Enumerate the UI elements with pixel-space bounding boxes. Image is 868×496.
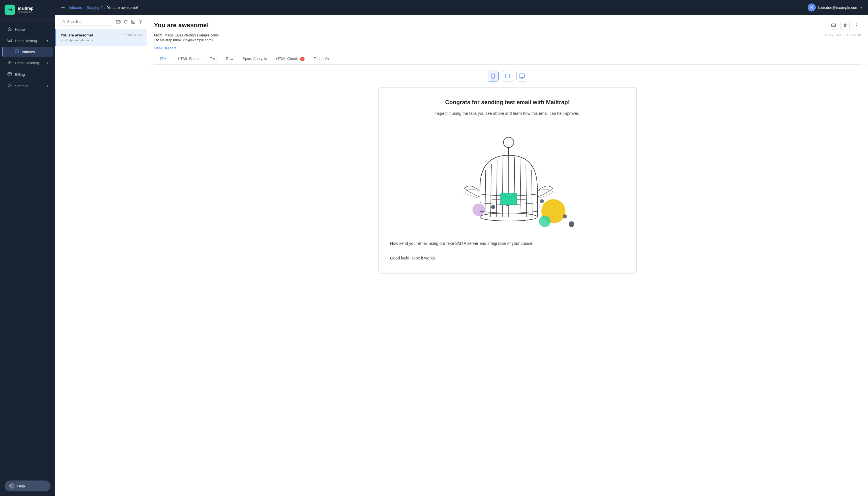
- svg-line-40: [531, 170, 532, 217]
- logo: mailtrap by railsware: [0, 0, 55, 20]
- svg-rect-2: [15, 50, 19, 53]
- svg-line-34: [496, 159, 497, 217]
- hamburger-icon[interactable]: ☰: [61, 5, 65, 10]
- email-item-subject: You are awesome!: [61, 33, 93, 37]
- email-to-row: To: Mailtrap Inbox <to@example.com>: [154, 38, 219, 42]
- email-list-toolbar: [55, 15, 147, 29]
- show-headers-link[interactable]: Show Headers: [154, 46, 176, 50]
- help-button[interactable]: Help: [4, 480, 50, 492]
- svg-point-20: [491, 205, 495, 209]
- breadcrumb-inboxes[interactable]: Inboxes: [69, 5, 82, 10]
- email-date: 2022-10-11 10:17, 1.6 KB: [825, 33, 861, 37]
- sidebar-item-settings[interactable]: Settings ›: [2, 80, 53, 91]
- sidebar-item-home[interactable]: Home: [2, 24, 53, 35]
- tab-raw[interactable]: Raw: [221, 54, 238, 64]
- user-avatar: K: [808, 3, 816, 12]
- svg-point-25: [563, 214, 567, 218]
- mobile-view-button[interactable]: [488, 71, 499, 81]
- search-box[interactable]: [59, 18, 113, 26]
- desktop-view-button[interactable]: [516, 71, 527, 81]
- settings-icon: [7, 83, 12, 89]
- help-label: Help: [17, 484, 25, 488]
- filter-icon[interactable]: [130, 18, 136, 26]
- email-item-to: to: <to@example.com>: [61, 38, 142, 42]
- search-icon: [62, 20, 65, 24]
- svg-point-22: [540, 199, 544, 203]
- sidebar: mailtrap by railsware Home Email Testing…: [0, 0, 55, 496]
- detail-actions: ⋮: [829, 21, 861, 30]
- email-to-detail: Mailtrap Inbox <to@example.com>: [160, 38, 213, 42]
- tab-text[interactable]: Text: [205, 54, 221, 64]
- breadcrumb-sep2: ›: [104, 5, 105, 10]
- email-detail-title: You are awesome!: [154, 21, 209, 29]
- sidebar-item-email-sending[interactable]: Email Sending ›: [2, 58, 53, 68]
- email-congrats-text: Inspect it using the tabs you see above …: [390, 110, 625, 117]
- main-area: ☰ Inboxes › Staging 2 › You are awesome!…: [55, 0, 868, 496]
- email-meta: From: Magic Elves <from@example.com> To:…: [154, 33, 219, 43]
- delete-action-button[interactable]: [840, 21, 850, 30]
- compose-icon[interactable]: [116, 18, 121, 26]
- user-email: kate.doe@example.com: [818, 5, 858, 10]
- breadcrumb-current: You are awesome!: [107, 5, 138, 10]
- user-menu[interactable]: K kate.doe@example.com ▾: [808, 3, 862, 12]
- email-item-header: You are awesome! 4 months ago: [61, 33, 142, 37]
- email-sending-chevron: ›: [47, 61, 48, 65]
- email-list-item[interactable]: You are awesome! 4 months ago to: <to@ex…: [55, 29, 147, 46]
- forward-action-button[interactable]: [829, 21, 838, 30]
- email-congrats-title: Congrats for sending test email with Mai…: [390, 99, 625, 106]
- svg-point-19: [472, 203, 485, 216]
- svg-line-37: [514, 157, 515, 217]
- tab-html-source[interactable]: HTML Source: [173, 54, 205, 64]
- breadcrumb-staging2[interactable]: Staging 2: [87, 5, 103, 10]
- sidebar-nav: Home Email Testing ▾ Inboxes Email Sendi…: [0, 20, 55, 476]
- tab-tech-info[interactable]: Tech Info: [309, 54, 334, 64]
- tab-html[interactable]: HTML: [154, 54, 173, 64]
- home-icon: [7, 27, 12, 32]
- refresh-icon[interactable]: [123, 18, 128, 26]
- tab-spam-analysis[interactable]: Spam Analysis: [238, 54, 272, 64]
- good-luck-text: Good luck! Hope it works.: [390, 254, 625, 262]
- email-item-time: 4 months ago: [123, 33, 142, 36]
- breadcrumb: ☰ Inboxes › Staging 2 › You are awesome!: [61, 5, 138, 10]
- sidebar-item-settings-label: Settings: [15, 84, 28, 88]
- search-input[interactable]: [67, 20, 110, 24]
- sidebar-item-home-label: Home: [15, 27, 25, 32]
- svg-line-39: [526, 164, 527, 217]
- email-detail: You are awesome! ⋮ From: Ma: [147, 15, 868, 496]
- content-area: You are awesome! 4 months ago to: <to@ex…: [55, 15, 868, 496]
- sidebar-item-inboxes[interactable]: Inboxes: [2, 47, 53, 57]
- email-sending-icon: [7, 60, 12, 65]
- svg-rect-13: [832, 24, 836, 27]
- email-detail-header: You are awesome! ⋮ From: Ma: [147, 15, 868, 65]
- sidebar-item-email-testing-label: Email Testing: [15, 39, 37, 43]
- tab-html-check[interactable]: HTML Check 8: [272, 54, 309, 64]
- svg-point-4: [9, 85, 10, 86]
- email-detail-title-row: You are awesome! ⋮: [154, 21, 861, 30]
- sidebar-item-billing-label: Billing: [15, 72, 25, 77]
- svg-point-24: [539, 216, 551, 227]
- tabs-row: HTML HTML Source Text Raw Spam Analysis …: [154, 54, 861, 65]
- email-preview-body: Now send your email using our fake SMTP …: [390, 240, 625, 262]
- sidebar-item-inboxes-label: Inboxes: [22, 50, 35, 54]
- more-actions-button[interactable]: ⋮: [852, 21, 861, 30]
- email-testing-icon: [7, 38, 12, 43]
- svg-point-27: [503, 137, 514, 148]
- logo-main: mailtrap: [18, 6, 33, 11]
- sidebar-item-email-testing[interactable]: Email Testing ▾: [2, 35, 53, 46]
- logo-text: mailtrap by railsware: [18, 6, 33, 14]
- html-check-badge: 8: [300, 57, 305, 61]
- svg-rect-9: [131, 20, 135, 24]
- sidebar-item-email-sending-label: Email Sending: [15, 61, 39, 65]
- svg-line-38: [520, 159, 521, 217]
- svg-point-12: [140, 21, 141, 23]
- gear-icon[interactable]: [138, 18, 143, 26]
- device-switcher: [154, 71, 861, 81]
- tablet-view-button[interactable]: [502, 71, 513, 81]
- sidebar-item-billing[interactable]: Billing ›: [2, 69, 53, 80]
- svg-point-15: [493, 77, 493, 78]
- svg-line-33: [491, 164, 492, 217]
- email-testing-chevron: ▾: [46, 39, 48, 43]
- email-preview: Congrats for sending test email with Mai…: [378, 87, 637, 274]
- svg-point-7: [62, 20, 65, 23]
- email-from: Magic Elves <from@example.com>: [165, 33, 219, 37]
